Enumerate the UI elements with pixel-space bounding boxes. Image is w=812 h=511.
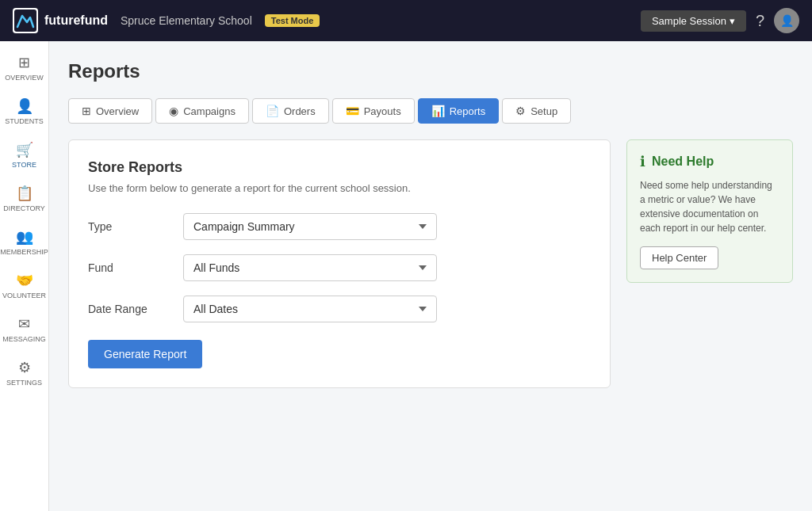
sidebar-item-label: DIRECTORY (3, 204, 45, 212)
sidebar-item-volunteer[interactable]: 🤝 VOLUNTEER (0, 265, 48, 306)
main-layout: ⊞ OVERVIEW 👤 STUDENTS 🛒 STORE 📋 DIRECTOR… (0, 41, 812, 511)
date-range-select[interactable]: All Dates Last 30 Days Last 90 Days Cust… (183, 296, 437, 322)
fund-select[interactable]: All Funds General Fund Specific Fund (183, 254, 437, 281)
topbar-left: futurefund Spruce Elementary School Test… (13, 8, 320, 33)
type-select[interactable]: Campaign Summary Order Summary Payout Su… (183, 213, 437, 240)
help-button[interactable]: ? (756, 12, 764, 30)
tab-payouts-label: Payouts (364, 105, 401, 117)
date-range-label: Date Range (88, 303, 183, 315)
session-label: Sample Session (652, 15, 726, 27)
page-title: Reports (68, 60, 793, 82)
help-card-title: Need Help (652, 154, 714, 169)
sidebar-item-membership[interactable]: 👥 MEMBERSHIP (0, 222, 48, 262)
help-card-text: Need some help understanding a metric or… (640, 178, 779, 235)
membership-icon: 👥 (16, 228, 33, 246)
tab-campaigns-icon: ◉ (169, 105, 178, 117)
avatar[interactable]: 👤 (774, 8, 799, 33)
content-row: Store Reports Use the form below to gene… (68, 139, 793, 388)
tab-setup[interactable]: ⚙ Setup (502, 98, 571, 124)
sidebar-item-store[interactable]: 🛒 STORE (0, 135, 48, 175)
tab-reports-label: Reports (450, 105, 486, 117)
tab-overview[interactable]: ⊞ Overview (68, 98, 152, 124)
volunteer-icon: 🤝 (16, 272, 33, 289)
tab-orders[interactable]: 📄 Orders (252, 98, 329, 124)
generate-report-button[interactable]: Generate Report (88, 340, 202, 368)
sidebar-item-directory[interactable]: 📋 DIRECTORY (0, 178, 48, 219)
school-name: Spruce Elementary School (121, 14, 252, 27)
type-label: Type (88, 220, 183, 233)
info-icon: ℹ (640, 153, 645, 170)
tab-orders-label: Orders (284, 105, 316, 117)
sidebar-item-label: MESSAGING (2, 335, 46, 343)
sidebar-item-label: OVERVIEW (5, 74, 43, 82)
logo-text: futurefund (44, 13, 108, 28)
help-icon: ? (756, 12, 764, 29)
sidebar-item-label: STUDENTS (5, 117, 44, 125)
fund-form-row: Fund All Funds General Fund Specific Fun… (88, 254, 591, 281)
help-card-header: ℹ Need Help (640, 153, 779, 170)
store-reports-subtitle: Use the form below to generate a report … (88, 182, 591, 194)
content-area: Reports ⊞ Overview ◉ Campaigns 📄 Orders … (49, 41, 812, 511)
store-reports-title: Store Reports (88, 159, 591, 176)
tab-overview-label: Overview (96, 105, 139, 117)
settings-icon: ⚙ (18, 359, 31, 376)
type-form-row: Type Campaign Summary Order Summary Payo… (88, 213, 591, 240)
sidebar-item-label: MEMBERSHIP (0, 248, 48, 256)
tab-reports-icon: 📊 (431, 105, 445, 117)
students-icon: 👤 (16, 97, 33, 115)
avatar-icon: 👤 (780, 14, 794, 27)
overview-icon: ⊞ (18, 54, 30, 71)
sidebar-item-label: VOLUNTEER (2, 292, 46, 299)
sidebar-item-label: STORE (12, 161, 36, 169)
logo: futurefund (13, 8, 108, 33)
sidebar-item-students[interactable]: 👤 STUDENTS (0, 91, 48, 132)
help-center-button[interactable]: Help Center (640, 246, 718, 269)
tab-bar: ⊞ Overview ◉ Campaigns 📄 Orders 💳 Payout… (68, 98, 793, 124)
date-range-form-row: Date Range All Dates Last 30 Days Last 9… (88, 296, 591, 322)
session-button[interactable]: Sample Session ▾ (641, 10, 746, 32)
help-card: ℹ Need Help Need some help understanding… (626, 139, 793, 283)
store-reports-card: Store Reports Use the form below to gene… (68, 139, 611, 388)
tab-payouts[interactable]: 💳 Payouts (332, 98, 415, 124)
topbar-right: Sample Session ▾ ? 👤 (641, 8, 799, 33)
tab-payouts-icon: 💳 (346, 105, 359, 117)
store-icon: 🛒 (16, 141, 33, 158)
topbar: futurefund Spruce Elementary School Test… (0, 0, 812, 41)
tab-overview-icon: ⊞ (82, 105, 91, 117)
session-caret-icon: ▾ (730, 15, 735, 27)
fund-label: Fund (88, 261, 183, 274)
tab-reports[interactable]: 📊 Reports (418, 98, 500, 124)
messaging-icon: ✉ (18, 315, 30, 333)
sidebar-item-messaging[interactable]: ✉ MESSAGING (0, 309, 48, 349)
directory-icon: 📋 (16, 185, 33, 202)
sidebar-item-settings[interactable]: ⚙ SETTINGS (0, 353, 48, 393)
test-mode-badge: Test Mode (265, 14, 320, 27)
tab-campaigns-label: Campaigns (183, 105, 236, 117)
sidebar: ⊞ OVERVIEW 👤 STUDENTS 🛒 STORE 📋 DIRECTOR… (0, 41, 49, 511)
tab-campaigns[interactable]: ◉ Campaigns (155, 98, 249, 124)
tab-orders-icon: 📄 (266, 105, 279, 117)
sidebar-item-overview[interactable]: ⊞ OVERVIEW (0, 48, 48, 88)
tab-setup-icon: ⚙ (515, 105, 526, 117)
tab-setup-label: Setup (530, 105, 557, 117)
logo-icon (13, 8, 38, 33)
sidebar-item-label: SETTINGS (6, 379, 42, 387)
